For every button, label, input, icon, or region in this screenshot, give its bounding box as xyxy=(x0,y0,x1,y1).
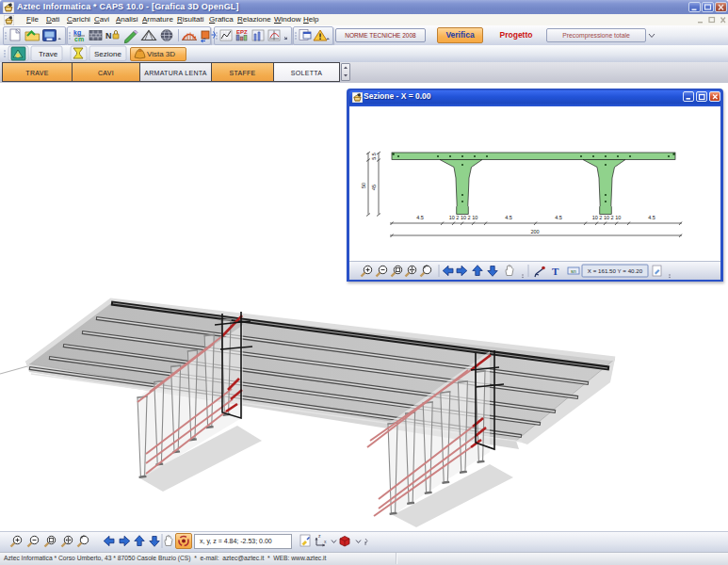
svg-text:EPZ: EPZ xyxy=(236,29,248,35)
svg-text:Trave: Trave xyxy=(39,50,58,58)
svg-text:T: T xyxy=(552,266,559,277)
svg-text:4.5: 4.5 xyxy=(555,215,562,220)
svg-text:200: 200 xyxy=(530,229,539,234)
svg-text:cm: cm xyxy=(74,36,84,42)
svg-text:4.5: 4.5 xyxy=(648,215,655,220)
svg-text:50: 50 xyxy=(361,183,366,188)
svg-text:5.5: 5.5 xyxy=(371,153,377,160)
svg-text:4.5: 4.5 xyxy=(416,215,424,220)
svg-text:10 2 10 2 10: 10 2 10 2 10 xyxy=(449,215,478,220)
svg-text:x: x xyxy=(324,539,327,544)
svg-text:Vista 3D: Vista 3D xyxy=(147,50,175,58)
svg-text:4.5: 4.5 xyxy=(505,215,512,220)
svg-text:N: N xyxy=(105,31,112,40)
svg-text:X = 161.50 Y = 40.20: X = 161.50 Y = 40.20 xyxy=(588,267,643,274)
svg-text:Sezione: Sezione xyxy=(94,50,121,58)
svg-text:10 2 10 2 10: 10 2 10 2 10 xyxy=(592,215,622,220)
svg-text:sn: sn xyxy=(571,268,576,274)
svg-text:z: z xyxy=(318,533,321,539)
svg-text:45: 45 xyxy=(371,185,377,190)
